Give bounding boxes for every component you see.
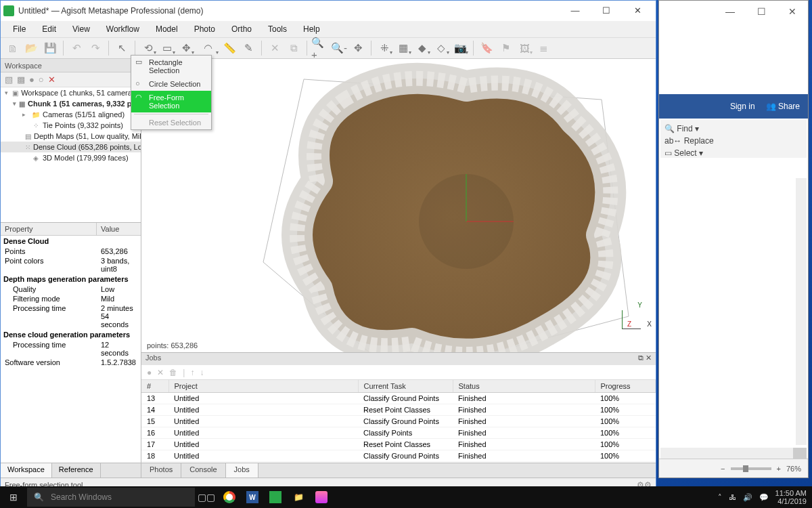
jobs-row[interactable]: 17UntitledReset Point ClassesFinished100…	[141, 439, 656, 450]
word-find[interactable]: 🔍 Find ▾	[664, 123, 803, 135]
tree-tiepoints[interactable]: ⁘Tie Points (9,332 points)	[1, 120, 141, 131]
taskbar-clock[interactable]: 11:50 AM 4/1/2019	[775, 489, 807, 505]
jobs-row[interactable]: 15UntitledClassify Ground PointsFinished…	[141, 416, 656, 427]
taskbar-search[interactable]: 🔍 Search Windows	[27, 488, 195, 507]
jobs-row[interactable]: 16UntitledClassify PointsFinished100%	[141, 427, 656, 439]
view-shaded-button[interactable]: ◇	[432, 39, 450, 57]
menu-view[interactable]: View	[66, 22, 97, 36]
tree-densecloud[interactable]: ⁙Dense Cloud (653,286 points, Low qualit…	[1, 142, 141, 152]
view-dense-button[interactable]: ▦	[394, 39, 412, 57]
show-markers-button[interactable]: ⚑	[497, 39, 514, 57]
word-signin[interactable]: Sign in	[730, 102, 755, 111]
close-button[interactable]: ✕	[622, 1, 653, 21]
menu-file[interactable]: File	[6, 22, 32, 36]
menu-model[interactable]: Model	[149, 22, 185, 36]
start-button[interactable]: ⊞	[0, 492, 27, 503]
jobs-popout-icon[interactable]: ⧉	[638, 354, 644, 364]
tray-volume-icon[interactable]: 🔊	[743, 493, 752, 502]
taskbar-app5[interactable]	[310, 488, 333, 507]
menu-ortho[interactable]: Ortho	[225, 22, 258, 36]
tab-console[interactable]: Console	[181, 463, 225, 478]
task-view-button[interactable]: ▢▢	[195, 488, 218, 507]
3d-viewport[interactable]: Y X Z points: 653,286	[141, 59, 656, 353]
maximize-button[interactable]: ☐	[591, 1, 622, 21]
word-document-area[interactable]	[659, 158, 808, 457]
delete-button[interactable]: ✕	[266, 39, 284, 57]
system-tray[interactable]: ˄ 🖧 🔊 💬 11:50 AM 4/1/2019	[713, 489, 812, 505]
jobs-start-icon[interactable]: ●	[147, 368, 152, 377]
word-close-button[interactable]: ✕	[777, 1, 808, 22]
jobs-col-project[interactable]: Project	[168, 380, 358, 393]
jobs-close-icon[interactable]: ✕	[646, 354, 652, 364]
redo-button[interactable]: ↷	[87, 39, 104, 57]
freeform-selection-item[interactable]: ◠Free-Form Selection	[131, 91, 211, 112]
jobs-delete-icon[interactable]: 🗑	[169, 368, 177, 377]
jobs-col-task[interactable]: Current Task	[358, 380, 453, 393]
menu-tools[interactable]: Tools	[261, 22, 294, 36]
taskbar-explorer[interactable]: 📁	[287, 488, 310, 507]
jobs-up-icon[interactable]: ↑	[190, 368, 194, 377]
tree-cameras[interactable]: ▸📁Cameras (51/51 aligned)	[1, 109, 141, 120]
save-project-button[interactable]: 💾	[41, 39, 59, 57]
add-photos-icon[interactable]: ▩	[17, 75, 25, 85]
jobs-col-status[interactable]: Status	[453, 380, 595, 393]
tab-reference[interactable]: Reference	[52, 463, 101, 478]
menu-photo[interactable]: Photo	[187, 22, 222, 36]
jobs-row[interactable]: 14UntitledReset Point ClassesFinished100…	[141, 404, 656, 416]
disable-icon[interactable]: ○	[39, 75, 44, 85]
view-solid-button[interactable]: ◆	[413, 39, 431, 57]
show-aligned-button[interactable]: 🔖	[478, 39, 495, 57]
menu-help[interactable]: Help	[296, 22, 327, 36]
tray-notifications-icon[interactable]: 💬	[759, 493, 769, 502]
view-points-button[interactable]: ⁜	[376, 39, 393, 57]
word-replace[interactable]: ab↔ Replace	[664, 135, 803, 147]
crop-button[interactable]: ⧉	[285, 39, 302, 57]
rectangle-selection-item[interactable]: ▭Rectangle Selection	[131, 56, 211, 77]
zoom-in-button[interactable]: 🔍+	[311, 39, 329, 57]
ruler-tool[interactable]: 📏	[221, 39, 238, 57]
reset-selection-item[interactable]: Reset Selection	[131, 116, 211, 129]
tree-3dmodel[interactable]: ◈3D Model (179,999 faces)	[1, 152, 141, 163]
taskbar-chrome[interactable]	[218, 488, 241, 507]
view-camera-button[interactable]: 📷	[451, 39, 469, 57]
jobs-down-icon[interactable]: ↓	[200, 368, 204, 377]
enable-icon[interactable]: ●	[29, 75, 35, 85]
undo-button[interactable]: ↶	[68, 39, 85, 57]
word-maximize-button[interactable]: ☐	[746, 1, 777, 22]
circle-selection-item[interactable]: ○Circle Selection	[131, 77, 211, 91]
remove-icon[interactable]: ✕	[48, 75, 55, 85]
tree-depthmaps[interactable]: ▤Depth Maps (51, Low quality, Mild filte…	[1, 131, 141, 142]
word-zoom-in[interactable]: +	[777, 465, 781, 473]
taskbar-word[interactable]: W	[241, 488, 264, 507]
word-horizontal-scrollbar[interactable]	[660, 448, 807, 459]
word-zoom-out[interactable]: −	[721, 465, 725, 473]
jobs-col-num[interactable]: #	[141, 380, 168, 393]
tab-jobs[interactable]: Jobs	[226, 463, 258, 478]
pointer-tool[interactable]: ↖	[113, 39, 131, 57]
add-chunk-icon[interactable]: ▧	[5, 75, 13, 85]
show-info-button[interactable]: ≣	[535, 39, 552, 57]
word-minimize-button[interactable]: —	[715, 1, 746, 22]
jobs-stop-icon[interactable]: ✕	[157, 368, 164, 377]
minimize-button[interactable]: —	[560, 1, 591, 21]
jobs-col-progress[interactable]: Progress	[595, 380, 656, 393]
word-zoom-slider[interactable]	[731, 467, 771, 470]
new-project-button[interactable]: 🗎	[3, 39, 21, 57]
taskbar-metashape[interactable]	[264, 488, 287, 507]
menu-edit[interactable]: Edit	[35, 22, 63, 36]
draw-tool[interactable]: ✎	[240, 39, 257, 57]
open-project-button[interactable]: 📂	[22, 39, 40, 57]
jobs-row[interactable]: 18UntitledClassify Ground PointsFinished…	[141, 450, 656, 462]
jobs-table[interactable]: # Project Current Task Status Progress 1…	[141, 380, 656, 462]
fit-view-button[interactable]: ✥	[349, 39, 367, 57]
tree-root[interactable]: ▾▣Workspace (1 chunks, 51 cameras)	[1, 87, 141, 98]
word-vertical-scrollbar[interactable]	[796, 178, 807, 445]
workspace-tree[interactable]: ▾▣Workspace (1 chunks, 51 cameras) ▾▦Chu…	[1, 87, 141, 223]
zoom-out-button[interactable]: 🔍-	[330, 39, 348, 57]
tray-chevron-icon[interactable]: ˄	[718, 493, 722, 502]
tab-photos[interactable]: Photos	[141, 463, 181, 478]
word-share[interactable]: 👥 Share	[766, 102, 800, 111]
tray-network-icon[interactable]: 🖧	[729, 493, 736, 501]
tab-workspace[interactable]: Workspace	[1, 463, 52, 478]
show-thumbnails-button[interactable]: 🖼	[516, 39, 533, 57]
